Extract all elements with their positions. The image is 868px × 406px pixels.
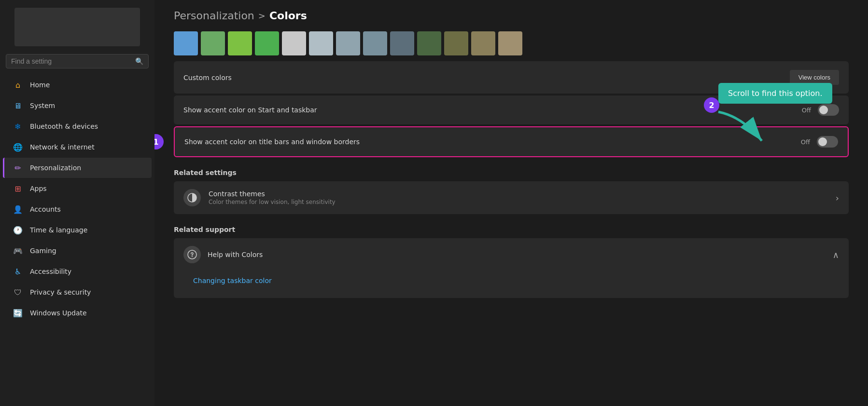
color-swatch-4[interactable] bbox=[282, 31, 306, 55]
color-swatch-1[interactable] bbox=[201, 31, 225, 55]
personalization-icon: ✏ bbox=[13, 162, 23, 173]
search-input[interactable] bbox=[11, 57, 131, 65]
sidebar-item-personalization[interactable]: ✏Personalization bbox=[3, 158, 152, 178]
sidebar-item-label-accounts: Accounts bbox=[30, 205, 61, 213]
related-settings-heading: Related settings bbox=[174, 169, 849, 176]
sidebar-item-accessibility[interactable]: ♿Accessibility bbox=[3, 261, 152, 282]
privacy-icon: 🛡 bbox=[13, 287, 23, 298]
color-swatch-6[interactable] bbox=[336, 31, 360, 55]
color-swatch-9[interactable] bbox=[417, 31, 441, 55]
gaming-icon: 🎮 bbox=[13, 245, 23, 256]
show-accent-taskbar-label: Show accent color on Start and taskbar bbox=[183, 106, 317, 114]
color-swatch-12[interactable] bbox=[498, 31, 522, 55]
help-with-colors-inner: Help with Colors bbox=[183, 246, 263, 263]
changing-taskbar-color-link[interactable]: Changing taskbar color bbox=[183, 271, 281, 290]
svg-point-3 bbox=[192, 256, 193, 257]
help-with-colors-row: Help with Colors ∧ bbox=[183, 246, 839, 263]
titlebars-toggle-off-label: Off bbox=[801, 138, 810, 146]
breadcrumb-parent: Personalization bbox=[174, 10, 254, 22]
color-swatches bbox=[174, 31, 849, 55]
sidebar-item-privacy[interactable]: 🛡Privacy & security bbox=[3, 282, 152, 302]
contrast-themes-title: Contrast themes bbox=[209, 190, 828, 198]
sidebar-item-apps[interactable]: ⊞Apps bbox=[3, 178, 152, 199]
taskbar-toggle[interactable] bbox=[818, 104, 839, 116]
sidebar-item-update[interactable]: 🔄Windows Update bbox=[3, 303, 152, 323]
sidebar-item-label-apps: Apps bbox=[30, 185, 47, 192]
color-swatch-0[interactable] bbox=[174, 31, 198, 55]
breadcrumb: Personalization > Colors bbox=[154, 0, 868, 31]
sidebar-item-label-accessibility: Accessibility bbox=[30, 268, 71, 275]
title-bars-row-wrapper: 1 Show accent color on title bars and wi… bbox=[174, 126, 849, 157]
color-swatch-8[interactable] bbox=[390, 31, 414, 55]
color-swatch-3[interactable] bbox=[255, 31, 279, 55]
contrast-themes-text: Contrast themes Color themes for low vis… bbox=[209, 190, 828, 205]
help-with-colors-label: Help with Colors bbox=[208, 251, 263, 258]
main-content: Personalization > Colors Custom colors V… bbox=[154, 0, 868, 406]
sidebar-item-gaming[interactable]: 🎮Gaming bbox=[3, 241, 152, 261]
contrast-themes-item[interactable]: Contrast themes Color themes for low vis… bbox=[174, 181, 849, 214]
breadcrumb-current: Colors bbox=[269, 10, 307, 22]
sidebar-item-label-system: System bbox=[30, 102, 55, 109]
custom-colors-label: Custom colors bbox=[183, 74, 232, 81]
help-colors-chevron: ∧ bbox=[833, 250, 839, 260]
sidebar-item-label-personalization: Personalization bbox=[30, 164, 81, 172]
sidebar-item-label-gaming: Gaming bbox=[30, 247, 56, 255]
help-colors-icon bbox=[183, 246, 201, 263]
sidebar-item-home[interactable]: ⌂Home bbox=[3, 75, 152, 95]
color-swatch-2[interactable] bbox=[228, 31, 252, 55]
contrast-themes-icon bbox=[183, 189, 201, 206]
update-icon: 🔄 bbox=[13, 308, 23, 318]
sidebar-item-time[interactable]: 🕐Time & language bbox=[3, 220, 152, 240]
scroll-tooltip: Scroll to find this option. bbox=[718, 83, 832, 104]
titlebars-toggle-group: Off bbox=[801, 136, 838, 148]
sidebar-item-system[interactable]: 🖥System bbox=[3, 95, 152, 116]
bluetooth-icon: ❄ bbox=[13, 121, 23, 132]
sidebar-item-accounts[interactable]: 👤Accounts bbox=[3, 199, 152, 219]
color-swatch-5[interactable] bbox=[309, 31, 333, 55]
sidebar: 🔍 ⌂Home🖥System❄Bluetooth & devices🌐Netwo… bbox=[0, 0, 154, 406]
step1-badge: 1 bbox=[154, 134, 164, 149]
system-icon: 🖥 bbox=[13, 100, 23, 111]
search-bar[interactable]: 🔍 bbox=[6, 54, 149, 68]
sidebar-item-label-network: Network & internet bbox=[30, 143, 95, 151]
taskbar-toggle-off-label: Off bbox=[802, 107, 811, 114]
search-icon: 🔍 bbox=[135, 57, 143, 65]
sidebar-item-bluetooth[interactable]: ❄Bluetooth & devices bbox=[3, 116, 152, 136]
sidebar-item-label-update: Windows Update bbox=[30, 309, 87, 317]
show-accent-titlebars-label: Show accent color on title bars and wind… bbox=[184, 138, 360, 146]
help-with-colors-item[interactable]: Help with Colors ∧ Changing taskbar colo… bbox=[174, 238, 849, 298]
titlebars-toggle[interactable] bbox=[817, 136, 838, 148]
taskbar-toggle-group: Off bbox=[802, 104, 839, 116]
accounts-icon: 👤 bbox=[13, 204, 23, 215]
sidebar-item-label-privacy: Privacy & security bbox=[30, 288, 91, 296]
sidebar-item-label-time: Time & language bbox=[30, 226, 87, 234]
related-support-heading: Related support bbox=[174, 226, 849, 233]
network-icon: 🌐 bbox=[13, 142, 23, 152]
breadcrumb-separator: > bbox=[258, 11, 266, 21]
color-swatch-11[interactable] bbox=[471, 31, 495, 55]
time-icon: 🕐 bbox=[13, 225, 23, 235]
avatar bbox=[14, 8, 140, 46]
sidebar-item-label-home: Home bbox=[30, 81, 50, 89]
apps-icon: ⊞ bbox=[13, 183, 23, 194]
sidebar-nav: ⌂Home🖥System❄Bluetooth & devices🌐Network… bbox=[0, 74, 154, 324]
contrast-themes-subtitle: Color themes for low vision, light sensi… bbox=[209, 199, 828, 205]
sidebar-item-network[interactable]: 🌐Network & internet bbox=[3, 137, 152, 157]
teal-arrow-svg bbox=[714, 107, 771, 155]
accessibility-icon: ♿ bbox=[13, 266, 23, 277]
color-swatch-7[interactable] bbox=[363, 31, 387, 55]
contrast-themes-chevron: › bbox=[836, 193, 839, 203]
sidebar-item-label-bluetooth: Bluetooth & devices bbox=[30, 122, 98, 130]
content-area: Custom colors View colors Show accent co… bbox=[154, 31, 868, 319]
home-icon: ⌂ bbox=[13, 80, 23, 90]
color-swatch-10[interactable] bbox=[444, 31, 468, 55]
